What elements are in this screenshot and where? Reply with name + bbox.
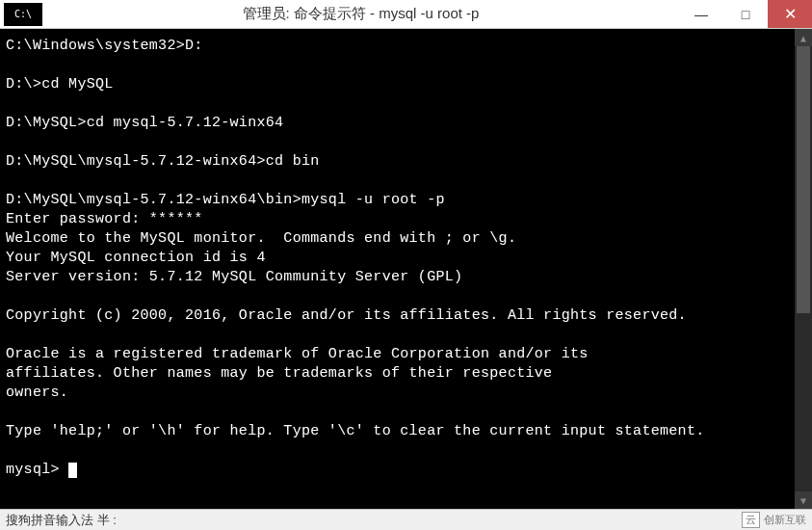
terminal-output[interactable]: C:\Windows\system32>D: D:\>cd MySQL D:\M… xyxy=(0,29,795,509)
cmd-icon: C:\ xyxy=(4,3,42,26)
watermark: 云 创新互联 xyxy=(742,512,806,528)
window-controls: — □ ✕ xyxy=(679,0,812,28)
window: C:\ 管理员: 命令提示符 - mysql -u root -p — □ ✕ … xyxy=(0,0,812,530)
maximize-button[interactable]: □ xyxy=(723,0,768,28)
scroll-track[interactable] xyxy=(795,46,812,491)
ime-bar: 搜狗拼音输入法 半 : 云 创新互联 xyxy=(0,509,812,530)
scroll-up-button[interactable]: ▲ xyxy=(795,29,812,46)
scroll-down-button[interactable]: ▼ xyxy=(795,491,812,509)
ime-status: 搜狗拼音输入法 半 : xyxy=(6,512,117,529)
watermark-text: 创新互联 xyxy=(764,513,806,527)
scroll-thumb[interactable] xyxy=(797,46,810,313)
cursor xyxy=(68,463,77,478)
watermark-box: 云 xyxy=(742,512,760,528)
titlebar[interactable]: C:\ 管理员: 命令提示符 - mysql -u root -p — □ ✕ xyxy=(0,0,812,29)
terminal-area: C:\Windows\system32>D: D:\>cd MySQL D:\M… xyxy=(0,29,812,509)
minimize-button[interactable]: — xyxy=(679,0,723,28)
scrollbar[interactable]: ▲ ▼ xyxy=(795,29,812,509)
close-button[interactable]: ✕ xyxy=(768,0,812,28)
window-title: 管理员: 命令提示符 - mysql -u root -p xyxy=(42,5,679,23)
